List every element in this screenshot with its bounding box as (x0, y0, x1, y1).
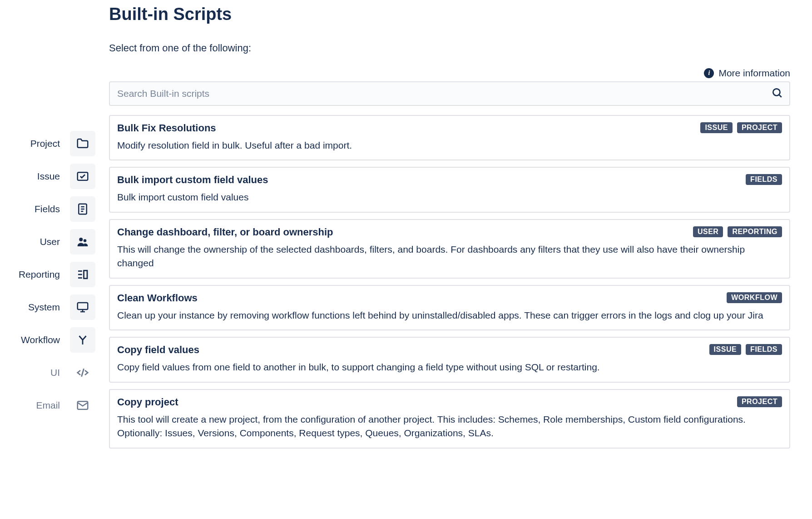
category-badge: FIELDS (746, 174, 782, 185)
sidebar-item-label: Workflow (21, 334, 60, 345)
sidebar-item-workflow[interactable]: Workflow (0, 324, 100, 356)
card-title: Copy project (117, 396, 178, 408)
mail-icon (70, 393, 95, 418)
reporting-icon (70, 262, 95, 287)
svg-point-17 (773, 89, 780, 95)
card-header: Bulk Fix ResolutionsISSUEPROJECT (117, 122, 782, 134)
card-header: Copy projectPROJECT (117, 396, 782, 408)
sidebar-item-label: Fields (35, 204, 60, 215)
info-icon: i (704, 68, 714, 78)
card-header: Copy field valuesISSUEFIELDS (117, 344, 782, 356)
svg-line-15 (82, 369, 84, 377)
monitor-icon (70, 294, 95, 320)
sidebar-item-user[interactable]: User (0, 225, 100, 258)
more-info-text: More information (718, 68, 790, 79)
sidebar-item-label: UI (50, 367, 60, 378)
badge-group: USERREPORTING (693, 226, 782, 237)
script-card[interactable]: Change dashboard, filter, or board owner… (109, 219, 790, 279)
badge-group: PROJECT (737, 396, 782, 407)
card-header: Clean WorkflowsWORKFLOW (117, 292, 782, 304)
card-title: Bulk Fix Resolutions (117, 122, 216, 134)
script-card[interactable]: Copy field valuesISSUEFIELDSCopy field v… (109, 337, 790, 382)
script-card[interactable]: Bulk Fix ResolutionsISSUEPROJECTModify r… (109, 115, 790, 160)
svg-line-18 (779, 95, 781, 97)
category-badge: PROJECT (737, 122, 782, 133)
search-container (109, 81, 790, 106)
card-description: This will change the ownership of the se… (117, 243, 782, 270)
card-description: This tool will create a new project, fro… (117, 413, 782, 440)
sidebar-item-project[interactable]: Project (0, 127, 100, 160)
card-header: Bulk import custom field valuesFIELDS (117, 174, 782, 186)
card-header: Change dashboard, filter, or board owner… (117, 226, 782, 238)
card-title: Clean Workflows (117, 292, 198, 304)
search-input[interactable] (109, 81, 790, 106)
code-icon (70, 360, 95, 385)
sidebar-item-reporting[interactable]: Reporting (0, 258, 100, 291)
category-badge: USER (693, 226, 723, 237)
card-title: Copy field values (117, 344, 199, 356)
sidebar-item-fields[interactable]: Fields (0, 193, 100, 225)
script-card[interactable]: Bulk import custom field valuesFIELDSBul… (109, 167, 790, 212)
card-description: Clean up your instance by removing workf… (117, 309, 782, 322)
more-information-link[interactable]: i More information (109, 68, 790, 79)
sidebar-item-label: User (40, 236, 60, 247)
sidebar-item-ui[interactable]: UI (0, 356, 100, 389)
issue-icon (70, 164, 95, 189)
main-content: Built-in Scripts Select from one of the … (100, 5, 799, 455)
card-title: Bulk import custom field values (117, 174, 268, 186)
category-badge: REPORTING (728, 226, 782, 237)
category-badge: WORKFLOW (727, 292, 782, 303)
document-icon (70, 196, 95, 222)
svg-point-6 (84, 239, 87, 242)
sidebar-item-system[interactable]: System (0, 291, 100, 324)
badge-group: ISSUEPROJECT (700, 122, 782, 133)
svg-rect-10 (84, 270, 88, 279)
search-icon[interactable] (771, 87, 783, 100)
sidebar-item-email[interactable]: Email (0, 389, 100, 422)
category-badge: ISSUE (709, 344, 742, 355)
badge-group: ISSUEFIELDS (709, 344, 782, 355)
card-description: Modify resolution field in bulk. Useful … (117, 139, 782, 152)
sidebar-item-issue[interactable]: Issue (0, 160, 100, 193)
page-subtitle: Select from one of the following: (109, 42, 790, 54)
script-card[interactable]: Clean WorkflowsWORKFLOWClean up your ins… (109, 285, 790, 330)
badge-group: WORKFLOW (727, 292, 782, 303)
workflow-icon (70, 327, 95, 353)
script-card[interactable]: Copy projectPROJECTThis tool will create… (109, 389, 790, 449)
category-badge: FIELDS (746, 344, 782, 355)
users-icon (70, 229, 95, 255)
sidebar-item-label: Issue (37, 171, 60, 182)
sidebar-item-label: Project (30, 138, 60, 149)
category-badge: ISSUE (700, 122, 733, 133)
svg-rect-11 (78, 303, 88, 309)
card-description: Copy field values from one field to anot… (117, 360, 782, 374)
card-description: Bulk import custom field values (117, 190, 782, 204)
svg-point-5 (79, 238, 83, 241)
card-title: Change dashboard, filter, or board owner… (117, 226, 333, 238)
category-badge: PROJECT (737, 396, 782, 407)
folder-icon (70, 131, 95, 156)
sidebar-item-label: Email (36, 400, 60, 411)
sidebar-item-label: Reporting (19, 269, 60, 280)
sidebar: Project Issue Fields User Reporting (0, 5, 100, 455)
badge-group: FIELDS (746, 174, 782, 185)
sidebar-item-label: System (28, 302, 60, 313)
page-title: Built-in Scripts (109, 5, 790, 24)
